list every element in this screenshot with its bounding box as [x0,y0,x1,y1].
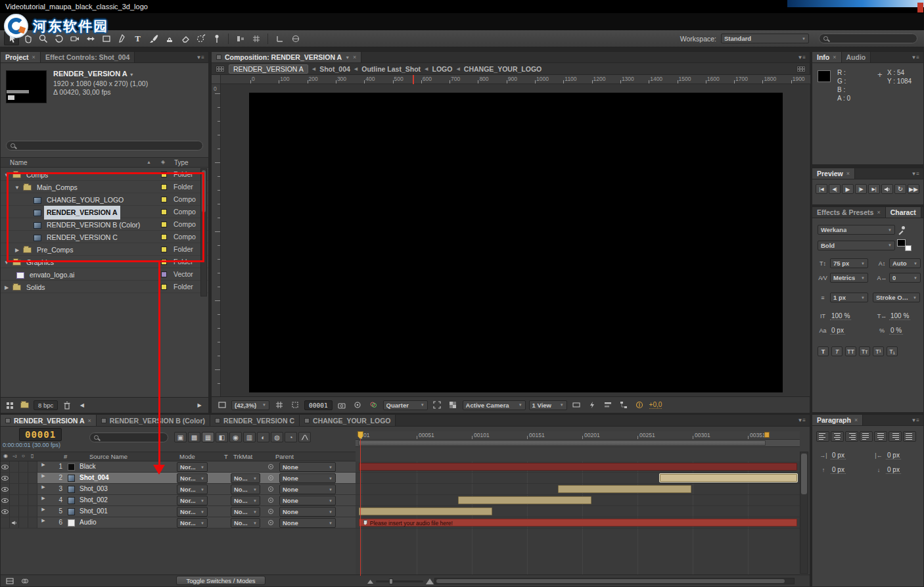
lock-switch[interactable] [28,517,37,528]
breadcrumb-item[interactable]: ◀LOGO [425,65,452,73]
current-time-field[interactable]: 00001 [304,400,333,410]
mask-shape-tool-button[interactable] [99,32,114,45]
channel-icon[interactable] [367,400,380,410]
video-switch[interactable] [1,473,10,483]
track-matte-dropdown[interactable]: No... [231,473,260,483]
puppet-pin-tool-button[interactable] [209,32,224,45]
panel-menu-icon[interactable]: ▼≡ [907,168,923,179]
local-axis-mode-button[interactable] [272,32,287,45]
comp-v-ruler[interactable]: 0 [212,84,221,398]
frame-blending-icon[interactable]: ▥ [243,432,256,442]
layer-bar-shot002[interactable] [458,496,591,504]
brush-tool-button[interactable] [146,32,161,45]
column-name[interactable]: Name [10,159,28,166]
region-of-interest-icon[interactable] [431,400,444,410]
pickwhip-icon[interactable] [268,475,273,481]
parent-dropdown[interactable]: None [279,462,336,472]
timeline-search[interactable] [89,433,168,442]
blend-mode-dropdown[interactable]: Nor... [177,462,208,472]
tab-composition[interactable]: Composition: RENDER_VERSION A▼× [212,52,361,62]
label-color-chip[interactable] [161,259,167,265]
video-switch[interactable] [1,484,10,494]
pan-behind-tool-button[interactable] [83,32,98,45]
track-matte-dropdown[interactable]: No... [231,518,260,528]
align-center-button[interactable] [831,431,844,442]
magnification-dropdown[interactable]: (42,3%) [231,400,269,410]
toggle-switches-modes-button[interactable]: Toggle Switches / Modes [176,576,266,585]
breadcrumb-item[interactable]: ◀Shot_004 [312,65,350,73]
next-frame-button[interactable]: |▶ [855,184,867,194]
brainstorm-icon[interactable]: ◍ [271,432,283,442]
exposure-reset-icon[interactable] [634,400,646,410]
audio-toggle-button[interactable] [881,184,893,194]
twirl-icon[interactable]: ▼ [14,181,20,194]
timeline-button-icon[interactable] [602,400,614,410]
project-row[interactable]: RENDER_VERSION C Compo [1,231,208,243]
small-caps-button[interactable]: Tᴛ [859,346,870,356]
close-icon[interactable]: × [854,417,858,423]
label-color-chip[interactable] [161,271,167,277]
font-family-dropdown[interactable]: Werkana [818,225,895,235]
transparency-grid-icon[interactable] [447,400,459,410]
project-search[interactable] [6,141,203,151]
loop-button[interactable]: ↻ [894,184,906,194]
first-frame-button[interactable]: |◀ [816,184,827,194]
project-row[interactable]: ▶Pre_Comps Folder [1,243,208,256]
layer-expander[interactable] [40,484,47,490]
zoom-out-mountain-icon[interactable] [367,578,373,584]
work-area-end-marker[interactable] [764,432,770,438]
pixel-aspect-correction-icon[interactable] [570,400,583,410]
layer-expander[interactable] [40,518,47,523]
label-color-chip[interactable] [161,172,167,177]
stroke-style-dropdown[interactable]: Stroke Over Fi [873,293,920,302]
tab-paragraph[interactable]: Paragraph× [812,415,863,425]
camera-dropdown[interactable]: Active Camera [463,400,526,410]
label-color-chip[interactable] [161,197,167,202]
lock-switch[interactable] [28,473,37,483]
label-color-chip[interactable] [161,284,167,290]
tab-audio[interactable]: Audio [842,52,871,62]
type-tool-button[interactable]: T [130,32,145,45]
layer-expander[interactable] [40,507,47,512]
graph-editor-icon[interactable] [298,432,311,442]
vertical-scale-value[interactable]: 100 % [830,312,851,320]
comp-flowchart-icon[interactable] [618,400,630,410]
layer-row-black[interactable]: 1 Black Nor... None [1,461,356,473]
live-update-icon[interactable]: ▦ [202,432,214,442]
mask-visibility-icon[interactable] [289,400,301,410]
panel-menu-icon[interactable]: ▼≡ [793,415,810,426]
label-color-chip[interactable] [161,209,167,215]
layer-expander[interactable] [40,496,47,501]
tab-preview[interactable]: Preview× [812,168,855,179]
pickwhip-icon[interactable] [268,520,273,525]
track-area[interactable]: Please insert your audio file here! [356,461,800,576]
always-preview-icon[interactable] [216,400,228,410]
zoom-slider[interactable] [376,580,423,582]
tab-effects-presets[interactable]: Effects & Presets× [812,207,886,218]
project-column-header[interactable]: Name ▲ ◈ Type [1,157,208,168]
pickwhip-icon[interactable] [268,498,273,503]
solo-switch[interactable] [19,484,28,494]
faux-italic-button[interactable]: T [831,346,843,356]
interpret-footage-icon[interactable] [3,400,16,411]
close-icon[interactable]: × [32,54,35,60]
column-number[interactable]: # [64,453,67,460]
baseline-shift-value[interactable]: 0 px [830,327,845,335]
justify-all-button[interactable] [903,431,916,442]
panel-menu-icon[interactable]: ▼≡ [793,52,810,62]
column-type[interactable]: Type [174,159,189,166]
mini-flowchart-icon[interactable]: ▣ [174,432,187,442]
layer-marker-icon[interactable] [363,520,367,525]
column-t[interactable]: T [224,453,228,460]
timeline-horizontal-scrollbar[interactable] [434,578,795,584]
video-switch[interactable] [1,495,10,505]
motion-blur-icon[interactable]: ◐ [257,432,269,442]
world-axis-mode-button[interactable] [288,32,303,45]
tab-character[interactable]: Charact [886,207,921,218]
lock-switch[interactable] [28,461,37,472]
label-color-chip[interactable] [161,184,167,190]
close-icon[interactable]: × [846,170,850,177]
twirl-icon[interactable]: ▶ [3,281,10,294]
layer-bar-shot001[interactable] [359,507,492,515]
fast-preview-icon[interactable] [586,400,599,410]
